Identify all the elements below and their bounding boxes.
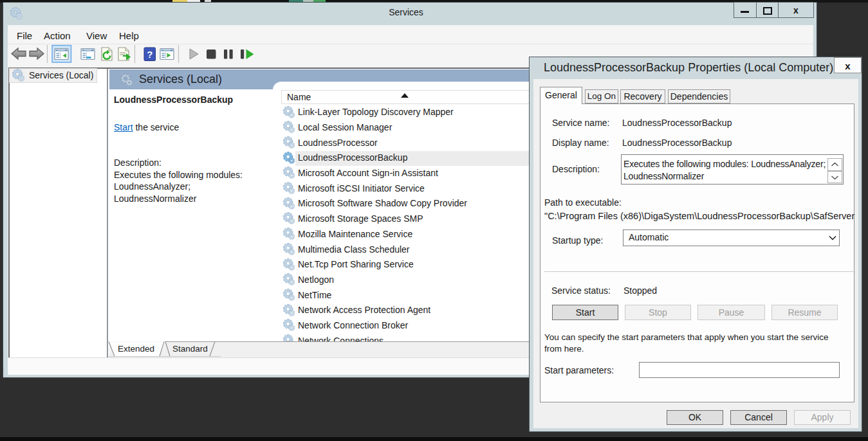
svg-text:?: ? <box>147 49 152 60</box>
